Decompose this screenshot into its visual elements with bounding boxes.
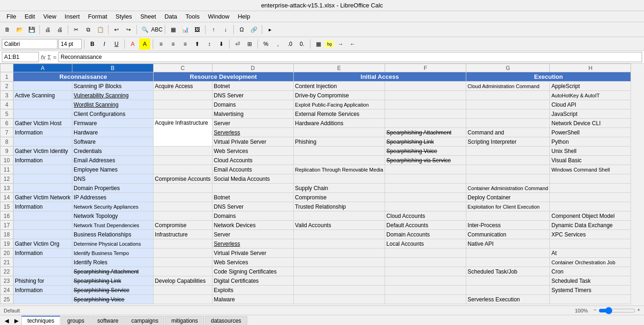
cell-g1[interactable]: Execution xyxy=(466,72,631,82)
cell-b15[interactable]: Network Security Appliances xyxy=(72,202,153,211)
col-header-g[interactable]: G xyxy=(466,64,550,72)
cell-f9[interactable]: Spearphishing Voice xyxy=(385,147,466,156)
cell-e5[interactable]: External Remote Services xyxy=(293,109,385,119)
background-color-button[interactable]: bg xyxy=(325,40,334,48)
col-header-h[interactable]: H xyxy=(550,64,631,72)
cell-b3[interactable]: Vulnerability Scanning xyxy=(72,91,153,100)
cell-f24[interactable] xyxy=(385,286,466,295)
cell-d12[interactable]: Social Media Accounts xyxy=(212,174,293,184)
font-color-button[interactable]: A xyxy=(127,38,138,50)
cell-g24[interactable] xyxy=(466,286,550,295)
print-preview-button[interactable]: 🖨 xyxy=(42,24,53,35)
cell-e19[interactable] xyxy=(293,239,385,249)
cell-f23[interactable] xyxy=(385,276,466,286)
cell-b5[interactable]: Client Configurations xyxy=(72,109,153,119)
cell-e9[interactable] xyxy=(293,147,385,156)
cell-h10[interactable]: Visual Basic xyxy=(550,156,631,165)
align-middle-button[interactable]: ↕ xyxy=(204,38,215,50)
cell-c17[interactable]: Compromise xyxy=(153,221,212,230)
cell-a11[interactable] xyxy=(13,165,72,174)
align-right-button[interactable]: ≡ xyxy=(180,38,191,50)
cell-d7[interactable]: Serverless xyxy=(212,128,293,137)
save-button[interactable]: 💾 xyxy=(26,24,37,35)
zoom-in-button[interactable]: + xyxy=(638,307,640,308)
formula-input[interactable]: Reconnaissance xyxy=(58,52,642,62)
cell-a24[interactable]: Information xyxy=(13,286,72,295)
cell-c25[interactable] xyxy=(153,295,212,304)
increase-decimal-button[interactable]: .0 xyxy=(284,38,296,50)
cell-b19[interactable]: Determine Physical Locations xyxy=(72,239,153,249)
print-button[interactable]: 🖨 xyxy=(54,24,65,35)
cell-g15[interactable]: Exploitation for Client Execution xyxy=(466,202,550,211)
cell-h2[interactable]: AppleScript xyxy=(550,82,631,91)
cell-h11[interactable]: Windows Command Shell xyxy=(550,165,631,174)
redo-button[interactable]: ↪ xyxy=(123,24,134,35)
menu-tools[interactable]: Tools xyxy=(182,12,203,21)
border-button[interactable]: ▦ xyxy=(313,38,324,50)
cell-g13[interactable]: Container Administration Command xyxy=(466,184,550,193)
cell-g2[interactable]: Cloud Administration Command xyxy=(466,82,550,91)
cell-e8[interactable]: Phishing xyxy=(293,137,385,147)
cell-a23[interactable]: Phishing for xyxy=(13,276,72,286)
cell-c18[interactable]: Infrastructure xyxy=(153,230,212,239)
cell-d17[interactable]: Network Devices xyxy=(212,221,293,230)
col-header-f[interactable]: F xyxy=(385,64,466,72)
cell-g4[interactable] xyxy=(466,100,550,109)
cell-h22[interactable]: Cron xyxy=(550,267,631,276)
cell-b25[interactable]: Spearphishing Voice xyxy=(72,295,153,304)
cell-d5[interactable]: Malvertising xyxy=(212,109,293,119)
cell-c19[interactable] xyxy=(153,239,212,249)
cell-h3[interactable]: AutoHotKey & AutoIT xyxy=(550,91,631,100)
cell-d8[interactable]: Virtual Private Server xyxy=(212,137,293,147)
number-format-button[interactable]: % xyxy=(260,38,271,50)
cell-e23[interactable] xyxy=(293,276,385,286)
cell-d15[interactable]: DNS Server xyxy=(212,202,293,211)
menu-window[interactable]: Window xyxy=(204,12,233,21)
align-bottom-button[interactable]: ⬇ xyxy=(216,38,227,50)
cell-d14[interactable]: Botnet xyxy=(212,193,293,202)
cell-d10[interactable]: Cloud Accounts xyxy=(212,156,293,165)
sort-desc-button[interactable]: ↓ xyxy=(220,24,231,35)
cell-f15[interactable] xyxy=(385,202,466,211)
align-top-button[interactable]: ⬆ xyxy=(192,38,203,50)
paste-button[interactable]: 📋 xyxy=(95,24,106,35)
merge-button[interactable]: ⊞ xyxy=(244,38,255,50)
cell-g23[interactable] xyxy=(466,276,550,286)
cell-f25[interactable] xyxy=(385,295,466,304)
cell-f13[interactable] xyxy=(385,184,466,193)
underline-button[interactable]: U xyxy=(111,38,122,50)
cell-b9[interactable]: Credentials xyxy=(72,147,153,156)
cell-g5[interactable] xyxy=(466,109,550,119)
cell-h17[interactable]: Dynamic Data Exchange xyxy=(550,221,631,230)
cell-e11[interactable]: Replication Through Removable Media xyxy=(293,165,385,174)
cell-c6[interactable]: Acquire Infrastructure xyxy=(153,119,212,147)
zoom-slider[interactable] xyxy=(599,307,636,308)
cell-g18[interactable]: Communication xyxy=(466,230,550,239)
cell-b24[interactable]: Spearphishing Service xyxy=(72,286,153,295)
cell-e12[interactable] xyxy=(293,174,385,184)
cell-d23[interactable]: Digital Certificates xyxy=(212,276,293,286)
cell-f17[interactable]: Default Accounts xyxy=(385,221,466,230)
undo-button[interactable]: ↩ xyxy=(111,24,122,35)
col-header-c[interactable]: C xyxy=(153,64,212,72)
cell-d22[interactable]: Code Signing Certificates xyxy=(212,267,293,276)
cell-e17[interactable]: Valid Accounts xyxy=(293,221,385,230)
zoom-out-button[interactable]: − xyxy=(593,307,596,308)
cell-c22[interactable] xyxy=(153,267,212,276)
col-header-d[interactable]: D xyxy=(212,64,293,72)
cell-h13[interactable] xyxy=(550,184,631,193)
cell-b14[interactable]: IP Addresses xyxy=(72,193,153,202)
cell-reference-input[interactable]: A1:B1 xyxy=(2,52,39,62)
cell-a25[interactable] xyxy=(13,295,72,304)
cell-d6[interactable]: Server xyxy=(212,119,293,128)
cell-b22[interactable]: Spearphishing Attachment xyxy=(72,267,153,276)
align-center-button[interactable]: ≡ xyxy=(167,38,179,50)
cell-d11[interactable]: Email Accounts xyxy=(212,165,293,174)
cell-a5[interactable] xyxy=(13,109,72,119)
menu-edit[interactable]: Edit xyxy=(21,12,39,21)
cell-e21[interactable] xyxy=(293,258,385,267)
cell-f10[interactable]: Spearphishing via Service xyxy=(385,156,466,165)
cell-g19[interactable]: Native API xyxy=(466,239,550,249)
cell-h14[interactable] xyxy=(550,193,631,202)
cell-c2[interactable]: Acquire Access xyxy=(153,82,212,91)
